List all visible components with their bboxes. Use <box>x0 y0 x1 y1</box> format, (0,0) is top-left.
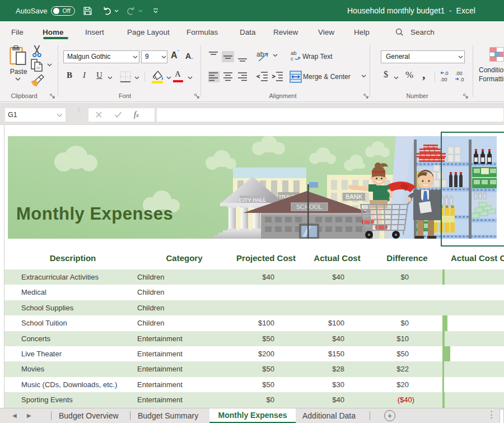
svg-text:SCHOOL: SCHOOL <box>296 203 322 210</box>
svg-text:.0: .0 <box>444 71 449 76</box>
svg-text:CITY HALL: CITY HALL <box>239 197 266 203</box>
svg-text:.00: .00 <box>440 77 447 82</box>
svg-text:BANK: BANK <box>346 193 363 200</box>
svg-text:.0: .0 <box>460 77 464 82</box>
svg-text:c: c <box>291 55 293 62</box>
svg-text:.00: .00 <box>455 71 463 76</box>
